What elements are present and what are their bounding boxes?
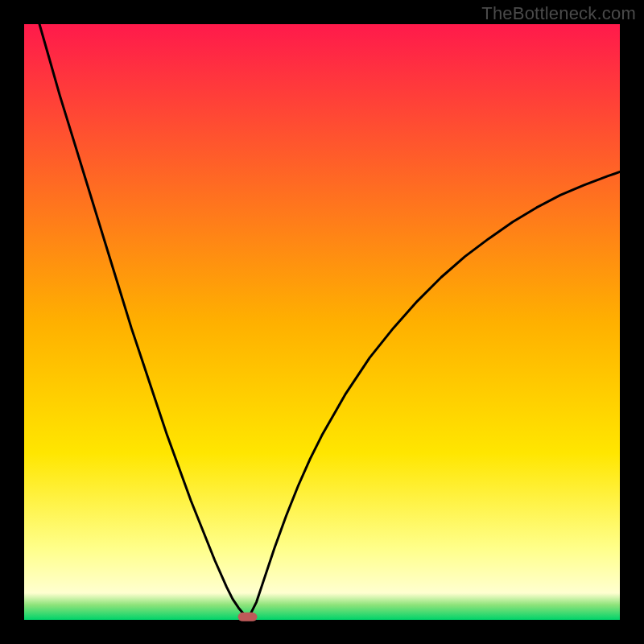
optimum-marker: [238, 613, 258, 621]
plot-background: [24, 24, 620, 620]
bottleneck-chart: [0, 0, 644, 644]
chart-stage: TheBottleneck.com: [0, 0, 644, 644]
watermark-text: TheBottleneck.com: [481, 3, 636, 24]
